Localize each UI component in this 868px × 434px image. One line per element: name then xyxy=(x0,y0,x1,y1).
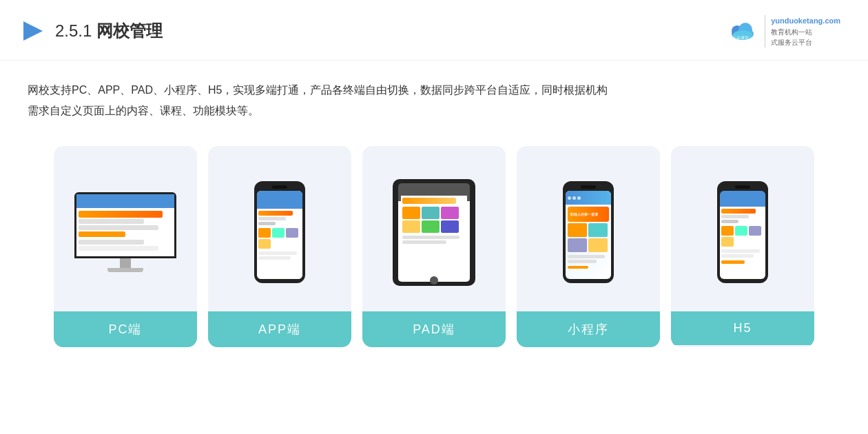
page: 2.5.1 网校管理 云朵课堂 yunduoketang.com 教育机构一站 … xyxy=(0,0,868,434)
monitor-screen xyxy=(76,194,174,256)
card-pad: PAD端 xyxy=(362,146,506,347)
description-section: 网校支持PC、APP、PAD、小程序、H5，实现多端打通，产品各终端自由切换，数… xyxy=(0,61,868,133)
h5-screen xyxy=(720,191,765,279)
card-app-label: APP端 xyxy=(208,311,351,347)
card-pc-label: PC端 xyxy=(54,311,197,347)
phone-body-mini: 职场人的第一堂课 xyxy=(563,181,614,283)
mini-device-area: 职场人的第一堂课 xyxy=(517,146,660,311)
app-device-area xyxy=(208,146,351,311)
logo-icon: 云朵课堂 xyxy=(727,16,758,46)
h5-device-area xyxy=(671,146,814,311)
card-app: APP端 xyxy=(208,146,351,347)
phone-screen xyxy=(257,191,302,279)
monitor xyxy=(74,192,176,272)
tablet-body xyxy=(393,179,475,286)
h5-phone-body xyxy=(717,181,768,283)
card-h5: H5 xyxy=(671,146,814,347)
pc-device-area xyxy=(54,146,197,311)
play-icon xyxy=(21,19,45,43)
svg-marker-0 xyxy=(23,21,43,41)
pad-device-area xyxy=(362,146,506,311)
cards-section: PC端 xyxy=(0,132,868,361)
phone-mini: 职场人的第一堂课 xyxy=(563,181,614,283)
phone-app xyxy=(254,181,305,283)
header-left: 2.5.1 网校管理 xyxy=(21,19,163,43)
svg-text:云朵课堂: 云朵课堂 xyxy=(732,36,749,40)
page-title: 2.5.1 网校管理 xyxy=(55,20,163,42)
card-mini-label: 小程序 xyxy=(517,311,660,347)
phone-h5 xyxy=(717,181,768,283)
card-h5-label: H5 xyxy=(671,311,814,345)
phone-screen-mini: 职场人的第一堂课 xyxy=(566,191,611,279)
card-pad-label: PAD端 xyxy=(362,311,506,347)
card-mini: 职场人的第一堂课 xyxy=(517,146,660,347)
phone-body xyxy=(254,181,305,283)
logo-area: 云朵课堂 yunduoketang.com 教育机构一站 式服务云平台 xyxy=(727,15,840,48)
monitor-body xyxy=(74,192,176,258)
description-text: 网校支持PC、APP、PAD、小程序、H5，实现多端打通，产品各终端自由切换，数… xyxy=(28,80,840,122)
logo-text-block: yunduoketang.com 教育机构一站 式服务云平台 xyxy=(765,15,840,48)
card-pc: PC端 xyxy=(54,146,197,347)
header: 2.5.1 网校管理 云朵课堂 yunduoketang.com 教育机构一站 … xyxy=(0,0,868,61)
tablet xyxy=(393,179,475,286)
